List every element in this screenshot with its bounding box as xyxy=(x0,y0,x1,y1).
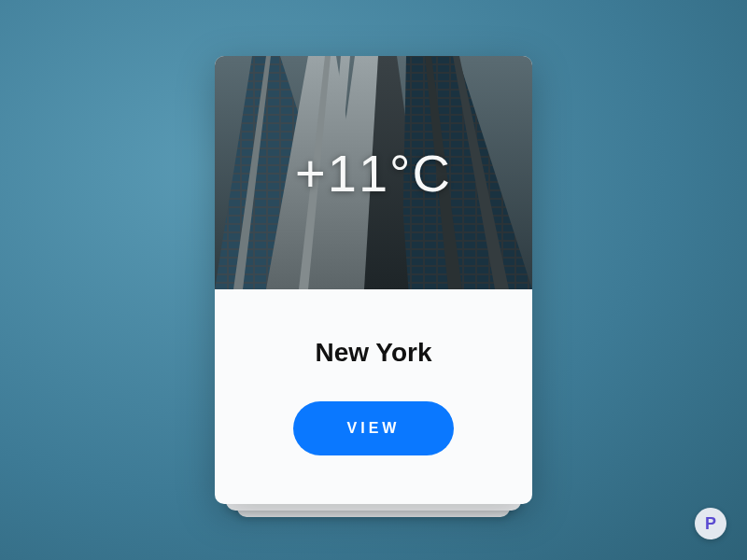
weather-card-stack: +11°C New York VIEW xyxy=(215,56,532,504)
view-button[interactable]: VIEW xyxy=(293,401,455,455)
temperature-value: +11°C xyxy=(295,143,452,203)
brand-letter: P xyxy=(705,514,716,534)
city-hero-image: +11°C xyxy=(215,56,532,289)
card-content: New York VIEW xyxy=(215,289,532,504)
city-name: New York xyxy=(315,338,431,368)
weather-card: +11°C New York VIEW xyxy=(215,56,532,504)
brand-badge-icon[interactable]: P xyxy=(695,508,726,539)
